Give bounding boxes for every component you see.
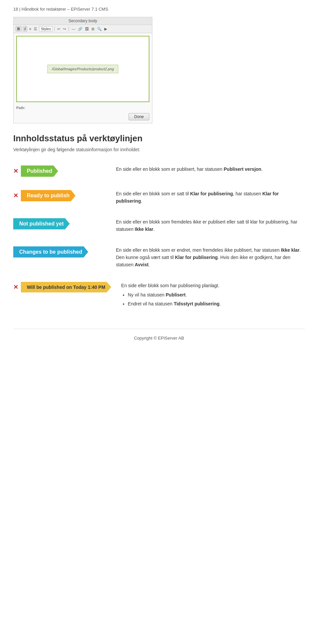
badge-published: Published	[21, 165, 58, 177]
description-not-published: En side eller en blokk som fremdeles ikk…	[116, 218, 305, 233]
list2-icon: ☰	[33, 27, 38, 32]
italic-button[interactable]: I	[23, 26, 27, 32]
editor-title-bar: Secondary body	[14, 17, 152, 25]
undo-icon[interactable]: ↩	[57, 27, 61, 32]
separator	[54, 27, 55, 31]
search-icon[interactable]: 🔍	[96, 27, 102, 32]
bold-button[interactable]: B	[16, 26, 22, 32]
badge-area-changes: Changes to be published	[13, 246, 106, 258]
badge-area-not-published: Not published yet	[13, 218, 106, 229]
status-item-not-published: Not published yet En side eller en blokk…	[13, 218, 305, 233]
hr-icon[interactable]: —	[71, 27, 76, 31]
done-button[interactable]: Done	[129, 113, 149, 120]
editor-toolbar: B I ≡ ☰ Styles ↩ ↪ — 🔗 🖼 ⊞ 🔍 ▶	[14, 25, 152, 33]
page-title: 18 | Håndbok for redaktører – EPiServer …	[13, 7, 108, 12]
editor-done-row: Done	[14, 112, 152, 123]
status-item-will-publish: ✕ Will be published on Today 1:40 PM En …	[13, 282, 305, 309]
description-published: En side eller en blokk som er publisert,…	[116, 165, 305, 173]
will-publish-bullet-1: Ny vil ha statusen Publisert.	[128, 291, 305, 298]
description-will-publish: En side eller blokk som har publisering …	[121, 282, 305, 309]
link-icon[interactable]: 🔗	[77, 27, 83, 32]
will-publish-bullet-2: Endret vil ha statusen Tidsstyrt publise…	[128, 300, 305, 307]
section-subtitle: Verktøylinjen gir deg følgende statusinf…	[13, 147, 305, 152]
page-header: 18 | Håndbok for redaktører – EPiServer …	[13, 7, 305, 12]
badge-will-publish: Will be published on Today 1:40 PM	[21, 282, 111, 292]
badge-area-ready: ✕ Ready to publish	[13, 190, 106, 201]
footer-text: Copyright © EPiServer AB	[134, 336, 184, 341]
badge-changes: Changes to be published	[13, 246, 88, 258]
redo-icon[interactable]: ↪	[62, 27, 67, 32]
image-placeholder: /Global/Images/Products/product2.png	[47, 65, 118, 73]
badge-area-published: ✕ Published	[13, 165, 106, 177]
description-changes: En side eller en blokk som er endret, me…	[116, 246, 305, 269]
editor-content: /Global/Images/Products/product2.png	[16, 36, 149, 102]
section-heading: Innholdsstatus på verktøylinjen	[13, 133, 305, 144]
badge-area-will-publish: ✕ Will be published on Today 1:40 PM	[13, 282, 111, 292]
will-publish-list: Ny vil ha statusen Publisert. Endret vil…	[128, 291, 305, 307]
status-section: ✕ Published En side eller en blokk som e…	[13, 165, 305, 309]
editor-path: Path:	[14, 105, 152, 112]
list-icon: ≡	[28, 27, 32, 31]
path-label: Path:	[16, 106, 26, 110]
x-icon-published: ✕	[13, 167, 18, 175]
page-footer: Copyright © EPiServer AB	[13, 329, 305, 341]
editor-screenshot: Secondary body B I ≡ ☰ Styles ↩ ↪ — 🔗 🖼 …	[13, 17, 152, 123]
description-ready: En side eller en blokk som er satt til K…	[116, 190, 305, 205]
x-icon-ready: ✕	[13, 192, 18, 199]
status-item-published: ✕ Published En side eller en blokk som e…	[13, 165, 305, 177]
table-icon[interactable]: ⊞	[91, 27, 95, 32]
more-icon[interactable]: ▶	[104, 27, 108, 32]
badge-ready: Ready to publish	[21, 190, 76, 201]
x-icon-will-publish: ✕	[13, 284, 18, 291]
image-icon[interactable]: 🖼	[84, 27, 89, 31]
separator2	[69, 27, 69, 31]
status-item-ready: ✕ Ready to publish En side eller en blok…	[13, 190, 305, 205]
badge-not-published: Not published yet	[13, 218, 70, 229]
status-item-changes: Changes to be published En side eller en…	[13, 246, 305, 269]
styles-dropdown[interactable]: Styles	[39, 26, 52, 32]
